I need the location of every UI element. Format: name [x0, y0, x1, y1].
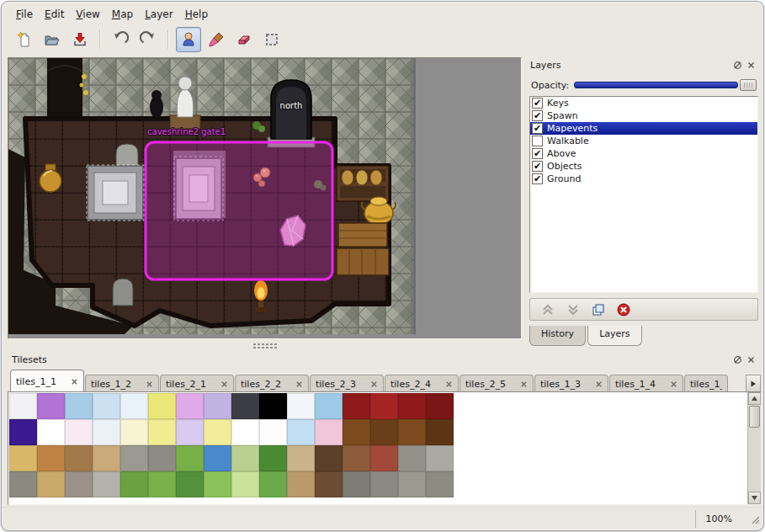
close-panel-button[interactable]	[744, 354, 757, 366]
tileset-cell[interactable]	[259, 419, 287, 445]
tileset-cell[interactable]	[287, 445, 315, 471]
tileset-cell[interactable]	[204, 419, 231, 445]
close-tab-icon[interactable]	[71, 378, 78, 386]
tileset-tab[interactable]: tiles_1_1	[10, 370, 84, 392]
tileset-cell[interactable]	[315, 393, 343, 419]
close-tab-icon[interactable]	[146, 380, 153, 388]
tileset-cell[interactable]	[398, 471, 426, 497]
tileset-cell[interactable]	[315, 471, 343, 497]
float-panel-button[interactable]	[730, 354, 744, 366]
resize-grip[interactable]	[749, 513, 761, 525]
tileset-cell[interactable]	[93, 393, 120, 419]
tileset-cell[interactable]	[176, 445, 204, 471]
tileset-tab[interactable]: tiles_2_3	[310, 375, 384, 392]
tileset-cell[interactable]	[148, 471, 176, 497]
new-button[interactable]	[12, 27, 37, 52]
close-tab-icon[interactable]	[370, 380, 378, 388]
tileset-cell[interactable]	[231, 393, 259, 419]
menu-file[interactable]: File	[10, 6, 39, 23]
open-button[interactable]	[40, 27, 65, 52]
layer-checkbox[interactable]	[532, 136, 543, 146]
tab-history[interactable]: History	[529, 326, 586, 346]
layer-checkbox[interactable]	[532, 110, 543, 121]
delete-layer-button[interactable]	[616, 302, 631, 317]
tileset-cell[interactable]	[426, 471, 454, 497]
selection-tool-button[interactable]	[259, 27, 284, 52]
tileset-cell[interactable]	[370, 419, 398, 445]
tileset-cell[interactable]	[398, 419, 426, 445]
menu-view[interactable]: View	[70, 6, 105, 23]
tileset-cell[interactable]	[176, 393, 204, 419]
tileset-cell[interactable]	[148, 393, 176, 419]
tileset-cell[interactable]	[426, 393, 454, 419]
scrollbar-thumb[interactable]	[749, 406, 760, 428]
lower-layer-button[interactable]	[566, 302, 581, 317]
layer-row[interactable]: Ground	[530, 173, 757, 185]
tileset-cell[interactable]	[398, 445, 426, 471]
menu-help[interactable]: Help	[179, 6, 214, 23]
tileset-cell[interactable]	[370, 471, 398, 497]
undo-button[interactable]	[108, 27, 133, 52]
close-tab-icon[interactable]	[220, 380, 228, 388]
layer-row[interactable]: Spawn	[530, 109, 757, 122]
layer-checkbox[interactable]	[532, 173, 543, 184]
tileset-cell[interactable]	[120, 445, 148, 471]
layer-row[interactable]: Keys	[530, 97, 757, 109]
tileset-cell[interactable]	[176, 471, 204, 497]
menu-edit[interactable]: Edit	[39, 6, 70, 23]
tileset-scrollbar[interactable]	[747, 392, 761, 504]
tileset-tab[interactable]: tiles_2_4	[385, 375, 459, 392]
duplicate-layer-button[interactable]	[591, 302, 606, 317]
layer-checkbox[interactable]	[532, 161, 543, 172]
tileset-tab[interactable]: tiles_1_	[684, 375, 728, 392]
tileset-cell[interactable]	[37, 471, 65, 497]
splitter-grip[interactable]	[252, 343, 278, 348]
tileset-cell[interactable]	[231, 445, 259, 471]
tab-layers[interactable]: Layers	[587, 326, 641, 346]
tileset-cell[interactable]	[93, 445, 120, 471]
map-render[interactable]: north caveshrine2 gate1	[8, 58, 521, 338]
redo-button[interactable]	[135, 27, 161, 52]
tileset-cell[interactable]	[343, 471, 370, 497]
opacity-slider[interactable]	[574, 79, 757, 91]
tileset-cell[interactable]	[259, 445, 287, 471]
tileset-cell[interactable]	[259, 393, 287, 419]
tileset-tab[interactable]: tiles_1_4	[609, 375, 683, 392]
layer-checkbox[interactable]	[532, 123, 543, 134]
tileset-cell[interactable]	[204, 471, 231, 497]
layer-row[interactable]: Objects	[530, 160, 757, 173]
tileset-cell[interactable]	[9, 393, 37, 419]
character-tool-button[interactable]	[176, 27, 201, 52]
tileset-cell[interactable]	[9, 471, 37, 497]
tileset-cell[interactable]	[65, 445, 93, 471]
save-button[interactable]	[67, 27, 93, 52]
tileset-cell[interactable]	[120, 393, 148, 419]
opacity-slider-handle[interactable]	[740, 79, 757, 91]
tileset-cell[interactable]	[176, 419, 204, 445]
tileset-tab[interactable]: tiles_1_2	[85, 375, 159, 392]
tileset-cell[interactable]	[426, 445, 454, 471]
tileset-cell[interactable]	[120, 419, 148, 445]
tileset-cell[interactable]	[9, 445, 37, 471]
menu-layer[interactable]: Layer	[139, 6, 178, 23]
tileset-cell[interactable]	[9, 419, 37, 445]
tileset-cell[interactable]	[148, 419, 176, 445]
map-canvas[interactable]: north caveshrine2 gate1	[8, 57, 522, 339]
tileset-cell[interactable]	[370, 445, 398, 471]
tileset-cell[interactable]	[370, 393, 398, 419]
scroll-tabs-right-button[interactable]	[746, 375, 761, 392]
scroll-up-button[interactable]	[748, 392, 761, 405]
tileset-cell[interactable]	[204, 393, 231, 419]
tileset-cell[interactable]	[315, 419, 343, 445]
tileset-cell[interactable]	[37, 445, 65, 471]
tileset-cell[interactable]	[315, 445, 343, 471]
tileset-tab[interactable]: tiles_1_3	[534, 375, 608, 392]
close-tab-icon[interactable]	[445, 380, 453, 388]
tileset-grid[interactable]	[9, 393, 454, 497]
raise-layer-button[interactable]	[540, 302, 555, 317]
tileset-cell[interactable]	[93, 419, 120, 445]
scroll-down-button[interactable]	[748, 492, 761, 504]
tileset-cell[interactable]	[343, 445, 370, 471]
tileset-cell[interactable]	[65, 393, 93, 419]
brush-tool-button[interactable]	[204, 27, 229, 52]
